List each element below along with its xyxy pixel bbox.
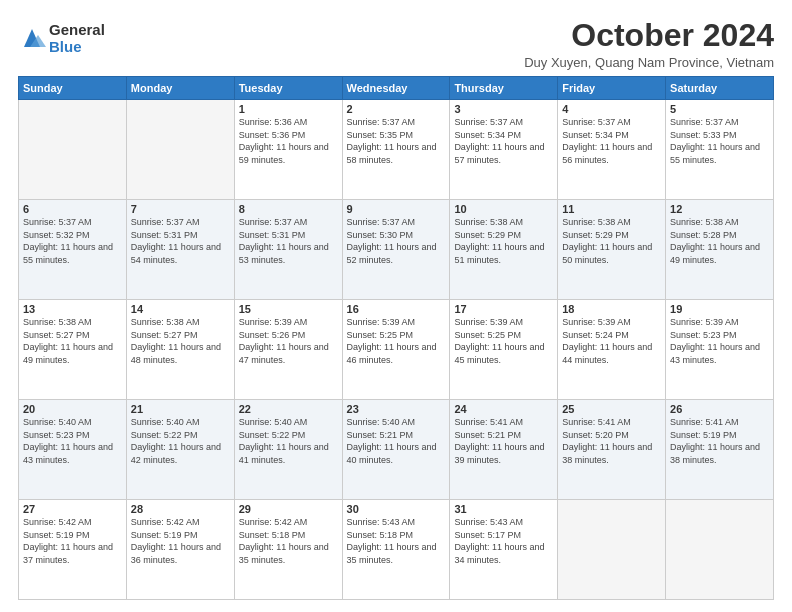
day-info: Sunrise: 5:42 AMSunset: 5:18 PMDaylight:… [239, 516, 338, 566]
calendar-cell: 26Sunrise: 5:41 AMSunset: 5:19 PMDayligh… [666, 400, 774, 500]
day-info: Sunrise: 5:37 AMSunset: 5:30 PMDaylight:… [347, 216, 446, 266]
logo-general: General [49, 22, 105, 39]
calendar-week-row: 20Sunrise: 5:40 AMSunset: 5:23 PMDayligh… [19, 400, 774, 500]
calendar-cell: 22Sunrise: 5:40 AMSunset: 5:22 PMDayligh… [234, 400, 342, 500]
day-info: Sunrise: 5:40 AMSunset: 5:23 PMDaylight:… [23, 416, 122, 466]
calendar-cell: 28Sunrise: 5:42 AMSunset: 5:19 PMDayligh… [126, 500, 234, 600]
calendar-week-row: 27Sunrise: 5:42 AMSunset: 5:19 PMDayligh… [19, 500, 774, 600]
weekday-header-sunday: Sunday [19, 77, 127, 100]
day-info: Sunrise: 5:39 AMSunset: 5:25 PMDaylight:… [454, 316, 553, 366]
logo-text: General Blue [49, 22, 105, 55]
calendar-week-row: 6Sunrise: 5:37 AMSunset: 5:32 PMDaylight… [19, 200, 774, 300]
day-number: 30 [347, 503, 446, 515]
day-info: Sunrise: 5:42 AMSunset: 5:19 PMDaylight:… [131, 516, 230, 566]
day-number: 2 [347, 103, 446, 115]
day-number: 1 [239, 103, 338, 115]
day-info: Sunrise: 5:43 AMSunset: 5:17 PMDaylight:… [454, 516, 553, 566]
day-info: Sunrise: 5:38 AMSunset: 5:29 PMDaylight:… [562, 216, 661, 266]
day-number: 26 [670, 403, 769, 415]
day-info: Sunrise: 5:39 AMSunset: 5:24 PMDaylight:… [562, 316, 661, 366]
day-number: 31 [454, 503, 553, 515]
day-number: 11 [562, 203, 661, 215]
day-number: 23 [347, 403, 446, 415]
day-number: 12 [670, 203, 769, 215]
calendar-cell: 14Sunrise: 5:38 AMSunset: 5:27 PMDayligh… [126, 300, 234, 400]
day-info: Sunrise: 5:39 AMSunset: 5:25 PMDaylight:… [347, 316, 446, 366]
calendar-cell: 2Sunrise: 5:37 AMSunset: 5:35 PMDaylight… [342, 100, 450, 200]
day-info: Sunrise: 5:37 AMSunset: 5:32 PMDaylight:… [23, 216, 122, 266]
calendar-cell: 12Sunrise: 5:38 AMSunset: 5:28 PMDayligh… [666, 200, 774, 300]
calendar-cell: 7Sunrise: 5:37 AMSunset: 5:31 PMDaylight… [126, 200, 234, 300]
day-info: Sunrise: 5:39 AMSunset: 5:26 PMDaylight:… [239, 316, 338, 366]
day-number: 15 [239, 303, 338, 315]
day-number: 14 [131, 303, 230, 315]
day-info: Sunrise: 5:39 AMSunset: 5:23 PMDaylight:… [670, 316, 769, 366]
day-number: 5 [670, 103, 769, 115]
location-subtitle: Duy Xuyen, Quang Nam Province, Vietnam [524, 55, 774, 70]
day-info: Sunrise: 5:37 AMSunset: 5:31 PMDaylight:… [239, 216, 338, 266]
day-number: 28 [131, 503, 230, 515]
calendar-cell: 16Sunrise: 5:39 AMSunset: 5:25 PMDayligh… [342, 300, 450, 400]
calendar-cell: 25Sunrise: 5:41 AMSunset: 5:20 PMDayligh… [558, 400, 666, 500]
calendar-cell: 21Sunrise: 5:40 AMSunset: 5:22 PMDayligh… [126, 400, 234, 500]
calendar-cell: 6Sunrise: 5:37 AMSunset: 5:32 PMDaylight… [19, 200, 127, 300]
calendar-cell: 30Sunrise: 5:43 AMSunset: 5:18 PMDayligh… [342, 500, 450, 600]
day-info: Sunrise: 5:36 AMSunset: 5:36 PMDaylight:… [239, 116, 338, 166]
calendar-cell: 11Sunrise: 5:38 AMSunset: 5:29 PMDayligh… [558, 200, 666, 300]
day-number: 27 [23, 503, 122, 515]
day-info: Sunrise: 5:41 AMSunset: 5:21 PMDaylight:… [454, 416, 553, 466]
day-number: 24 [454, 403, 553, 415]
calendar-week-row: 1Sunrise: 5:36 AMSunset: 5:36 PMDaylight… [19, 100, 774, 200]
day-number: 8 [239, 203, 338, 215]
day-info: Sunrise: 5:41 AMSunset: 5:19 PMDaylight:… [670, 416, 769, 466]
day-info: Sunrise: 5:38 AMSunset: 5:27 PMDaylight:… [23, 316, 122, 366]
calendar-cell: 3Sunrise: 5:37 AMSunset: 5:34 PMDaylight… [450, 100, 558, 200]
weekday-header-friday: Friday [558, 77, 666, 100]
calendar-cell: 27Sunrise: 5:42 AMSunset: 5:19 PMDayligh… [19, 500, 127, 600]
title-block: October 2024 Duy Xuyen, Quang Nam Provin… [524, 18, 774, 70]
day-number: 16 [347, 303, 446, 315]
day-info: Sunrise: 5:37 AMSunset: 5:33 PMDaylight:… [670, 116, 769, 166]
month-title: October 2024 [524, 18, 774, 53]
day-info: Sunrise: 5:41 AMSunset: 5:20 PMDaylight:… [562, 416, 661, 466]
weekday-header-wednesday: Wednesday [342, 77, 450, 100]
calendar-cell [126, 100, 234, 200]
calendar-cell [19, 100, 127, 200]
day-number: 6 [23, 203, 122, 215]
day-info: Sunrise: 5:42 AMSunset: 5:19 PMDaylight:… [23, 516, 122, 566]
day-number: 18 [562, 303, 661, 315]
day-number: 7 [131, 203, 230, 215]
day-info: Sunrise: 5:37 AMSunset: 5:34 PMDaylight:… [454, 116, 553, 166]
calendar-table: SundayMondayTuesdayWednesdayThursdayFrid… [18, 76, 774, 600]
calendar-cell: 31Sunrise: 5:43 AMSunset: 5:17 PMDayligh… [450, 500, 558, 600]
day-info: Sunrise: 5:38 AMSunset: 5:27 PMDaylight:… [131, 316, 230, 366]
day-number: 3 [454, 103, 553, 115]
calendar-cell: 15Sunrise: 5:39 AMSunset: 5:26 PMDayligh… [234, 300, 342, 400]
calendar-week-row: 13Sunrise: 5:38 AMSunset: 5:27 PMDayligh… [19, 300, 774, 400]
calendar-cell: 19Sunrise: 5:39 AMSunset: 5:23 PMDayligh… [666, 300, 774, 400]
day-number: 20 [23, 403, 122, 415]
calendar-cell: 4Sunrise: 5:37 AMSunset: 5:34 PMDaylight… [558, 100, 666, 200]
calendar-cell: 9Sunrise: 5:37 AMSunset: 5:30 PMDaylight… [342, 200, 450, 300]
calendar-cell: 17Sunrise: 5:39 AMSunset: 5:25 PMDayligh… [450, 300, 558, 400]
day-number: 17 [454, 303, 553, 315]
day-info: Sunrise: 5:40 AMSunset: 5:22 PMDaylight:… [131, 416, 230, 466]
weekday-header-row: SundayMondayTuesdayWednesdayThursdayFrid… [19, 77, 774, 100]
day-number: 25 [562, 403, 661, 415]
weekday-header-thursday: Thursday [450, 77, 558, 100]
weekday-header-tuesday: Tuesday [234, 77, 342, 100]
logo: General Blue [18, 22, 105, 55]
calendar-cell: 10Sunrise: 5:38 AMSunset: 5:29 PMDayligh… [450, 200, 558, 300]
page: General Blue October 2024 Duy Xuyen, Qua… [0, 0, 792, 612]
weekday-header-saturday: Saturday [666, 77, 774, 100]
calendar-cell: 1Sunrise: 5:36 AMSunset: 5:36 PMDaylight… [234, 100, 342, 200]
day-info: Sunrise: 5:38 AMSunset: 5:28 PMDaylight:… [670, 216, 769, 266]
day-info: Sunrise: 5:37 AMSunset: 5:35 PMDaylight:… [347, 116, 446, 166]
day-info: Sunrise: 5:37 AMSunset: 5:31 PMDaylight:… [131, 216, 230, 266]
day-number: 29 [239, 503, 338, 515]
calendar-cell: 23Sunrise: 5:40 AMSunset: 5:21 PMDayligh… [342, 400, 450, 500]
day-info: Sunrise: 5:43 AMSunset: 5:18 PMDaylight:… [347, 516, 446, 566]
day-info: Sunrise: 5:37 AMSunset: 5:34 PMDaylight:… [562, 116, 661, 166]
day-number: 4 [562, 103, 661, 115]
calendar-cell [558, 500, 666, 600]
